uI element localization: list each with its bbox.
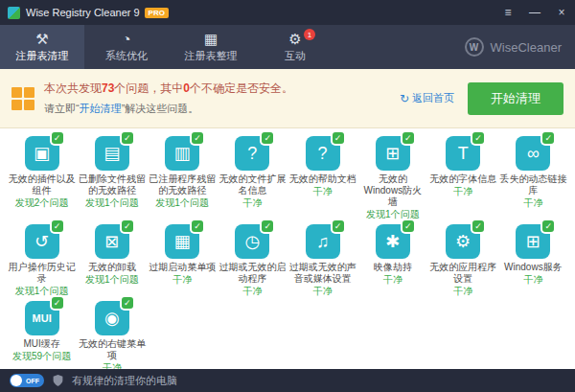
check-icon: ✓ [402, 220, 414, 232]
status-bar: OFF 有规律的清理你的电脑 [0, 369, 575, 392]
check-icon: ✓ [122, 220, 133, 232]
close-icon[interactable]: × [548, 0, 575, 25]
grid-tiles-icon [12, 87, 34, 110]
cleanup-item[interactable]: ✱✓映像劫持干净 [358, 224, 426, 297]
item-label: 映像劫持 [374, 262, 412, 273]
item-status: 发现1个问题 [155, 197, 209, 209]
item-label: 用户操作历史记录 [9, 262, 76, 285]
cleanup-item[interactable]: ♫✓过期或无效的声音或媒体设置干净 [288, 224, 356, 297]
scheduled-clean-toggle[interactable]: OFF [10, 374, 44, 387]
menu-icon[interactable]: ≡ [494, 0, 521, 25]
item-status: 干净 [313, 186, 333, 197]
check-icon: ✓ [262, 220, 273, 232]
check-icon: ✓ [542, 132, 554, 144]
cleanup-item[interactable]: ▣✓无效的插件以及组件发现2个问题 [8, 136, 76, 220]
item-label: 无效的插件以及组件 [9, 173, 76, 196]
tab-label: 互动 [285, 49, 306, 63]
cleanup-item[interactable]: ∞✓丢失的动态链接库干净 [499, 136, 567, 220]
app-logo-icon [8, 7, 20, 19]
tab-bar: ⚒ 注册表清理 ◔ 系统优化 ▦ 注册表整理 ⚙ 互动 1 W WiseClea… [0, 25, 575, 69]
cleanup-item[interactable]: ▤✓已删除文件残留的无效路径发现1个问题 [78, 136, 146, 220]
cleanup-item[interactable]: ⊞✓Windows服务干净 [499, 224, 567, 297]
check-icon: ✓ [52, 132, 63, 144]
item-status: 干净 [242, 197, 262, 209]
tab-community[interactable]: ⚙ 互动 1 [253, 25, 337, 69]
item-label: Windows服务 [504, 262, 563, 273]
speedometer-icon: ◔ [122, 32, 130, 47]
item-label: 无效的应用程序设置 [429, 262, 496, 285]
cleanup-item[interactable]: ⚙✓无效的应用程序设置干净 [429, 224, 497, 297]
brand-name: WiseCleaner [491, 40, 562, 55]
check-icon: ✓ [333, 132, 344, 144]
tab-registry-cleaner[interactable]: ⚒ 注册表清理 [0, 25, 84, 69]
gear-icon: ⚙ [288, 32, 301, 47]
check-icon: ✓ [333, 220, 344, 232]
item-status: 发现1个问题 [15, 286, 69, 297]
back-home-link[interactable]: ↻ 返回首页 [400, 91, 454, 105]
cleanup-item[interactable]: ⊞✓无效的Windows防火墙发现1个问题 [358, 136, 426, 220]
title-bar: Wise Registry Cleaner 9 PRO ≡ — × [0, 0, 575, 25]
item-label: MUI缓存 [23, 338, 59, 350]
cleanup-item[interactable]: ◷✓过期或无效的启动程序干净 [218, 224, 287, 297]
cleanup-item[interactable]: ▥✓已注册程序残留的无效路径发现1个问题 [149, 136, 217, 220]
tab-label: 注册表清理 [16, 49, 69, 63]
tab-label: 系统优化 [105, 49, 148, 63]
scan-result-text: 本次共发现73个问题，其中0个不确定是否安全。 请立即“开始清理”解决这些问题。 [44, 81, 400, 116]
item-status: 发现1个问题 [366, 209, 420, 220]
cleanup-item[interactable]: T✓无效的字体信息干净 [429, 136, 497, 220]
toggle-knob [11, 375, 22, 386]
item-label: 无效的Windows防火墙 [359, 173, 426, 208]
item-status: 干净 [103, 362, 122, 369]
start-cleaning-button[interactable]: 开始清理 [468, 82, 564, 115]
toggle-state-label: OFF [26, 378, 39, 384]
check-icon: ✓ [472, 220, 484, 232]
notification-badge: 1 [304, 29, 315, 40]
cleanup-item[interactable]: ▦✓过期启动菜单项干净 [149, 224, 217, 297]
main-content: ▣✓无效的插件以及组件发现2个问题▤✓已删除文件残留的无效路径发现1个问题▥✓已… [0, 128, 575, 369]
brand-logo: W WiseCleaner [465, 25, 575, 69]
cleanup-item[interactable]: MUI✓MUI缓存发现59个问题 [8, 301, 76, 369]
cleanup-item[interactable]: ?✓无效的文件扩展名信息干净 [218, 136, 287, 220]
item-label: 过期或无效的声音或媒体设置 [289, 262, 356, 285]
item-status: 发现2个问题 [15, 197, 69, 209]
tab-registry-defrag[interactable]: ▦ 注册表整理 [169, 25, 253, 69]
item-label: 无效的文件扩展名信息 [218, 173, 286, 196]
banner-actions: ↻ 返回首页 开始清理 [400, 82, 564, 115]
item-label: 无效的卸载 [88, 262, 136, 273]
window-controls: ≡ — × [494, 0, 575, 25]
tab-system-tuneup[interactable]: ◔ 系统优化 [84, 25, 169, 69]
item-status: 干净 [313, 286, 333, 297]
item-label: 无效的帮助文档 [289, 173, 356, 185]
start-clean-hint: 开始清理 [80, 103, 122, 114]
item-label: 已注册程序残留的无效路径 [149, 173, 216, 196]
check-icon: ✓ [122, 297, 133, 309]
item-status: 干净 [242, 286, 262, 297]
item-status: 干净 [172, 274, 192, 286]
item-status: 干净 [453, 286, 472, 297]
check-icon: ✓ [192, 132, 203, 144]
item-status: 发现59个问题 [12, 351, 71, 362]
minimize-icon[interactable]: — [521, 0, 548, 25]
app-title: Wise Registry Cleaner 9 [26, 7, 140, 18]
item-status: 干净 [523, 197, 542, 209]
item-label: 已删除文件残留的无效路径 [79, 173, 146, 196]
check-icon: ✓ [52, 220, 63, 232]
shield-icon [52, 374, 64, 387]
wisecleaner-logo-icon: W [465, 37, 484, 57]
item-label: 无效的右键菜单项 [79, 338, 146, 361]
check-icon: ✓ [52, 297, 63, 309]
scan-hint-line: 请立即“开始清理”解决这些问题。 [44, 102, 400, 116]
cleanup-item[interactable]: ⊠✓无效的卸载发现1个问题 [78, 224, 146, 297]
cleanup-category-grid: ▣✓无效的插件以及组件发现2个问题▤✓已删除文件残留的无效路径发现1个问题▥✓已… [0, 128, 575, 369]
item-label: 过期或无效的启动程序 [218, 262, 286, 285]
issue-count: 73 [102, 81, 114, 95]
cleanup-item[interactable]: ↺✓用户操作历史记录发现1个问题 [8, 224, 76, 297]
cleanup-item[interactable]: ◉✓无效的右键菜单项干净 [78, 301, 146, 369]
item-status: 发现1个问题 [85, 274, 139, 286]
cleanup-item[interactable]: ?✓无效的帮助文档干净 [288, 136, 356, 220]
check-icon: ✓ [192, 220, 203, 232]
item-label: 无效的字体信息 [429, 173, 496, 185]
item-status: 干净 [523, 274, 542, 286]
item-label: 丢失的动态链接库 [499, 173, 566, 196]
item-label: 过期启动菜单项 [149, 262, 216, 273]
